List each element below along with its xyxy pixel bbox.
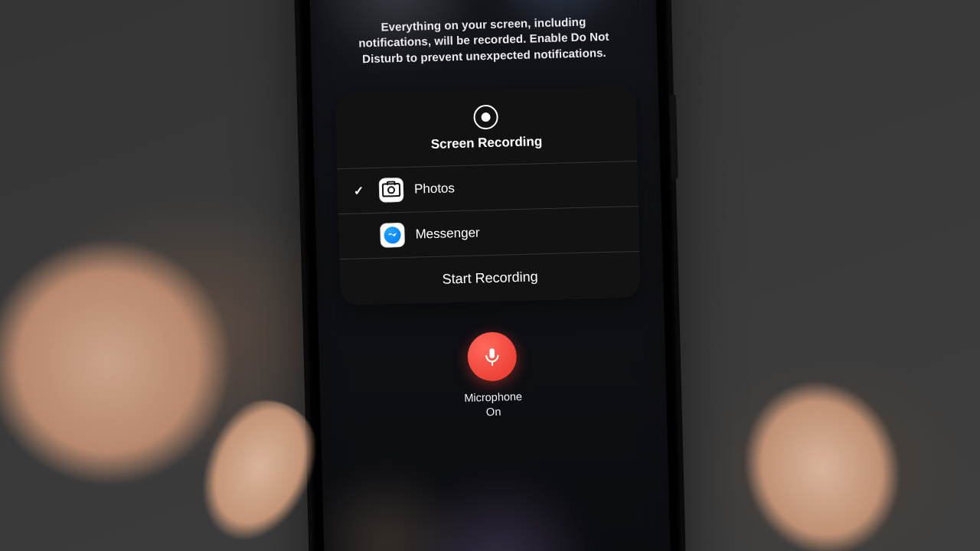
destination-row-photos[interactable]: ✓ Photos xyxy=(337,161,638,214)
card-title: Screen Recording xyxy=(430,134,542,152)
microphone-toggle-button[interactable] xyxy=(467,331,518,382)
checkmark-icon: ✓ xyxy=(348,183,368,198)
checkmark-placeholder xyxy=(350,236,370,236)
screen-recording-sheet: Everything on your screen, including not… xyxy=(308,0,672,551)
camera-icon xyxy=(379,178,404,203)
photo-background: Everything on your screen, including not… xyxy=(0,0,980,551)
microphone-icon xyxy=(482,346,502,367)
destination-label: Photos xyxy=(414,181,455,197)
messenger-icon xyxy=(380,223,405,248)
destination-label: Messenger xyxy=(415,225,480,242)
thumb-right xyxy=(709,349,960,551)
card-header: Screen Recording xyxy=(335,86,637,169)
screen-recording-card: Screen Recording ✓ Photos xyxy=(335,86,641,305)
microphone-label: Microphone On xyxy=(464,390,523,420)
recording-warning-text: Everything on your screen, including not… xyxy=(353,14,614,67)
microphone-section: Microphone On xyxy=(462,331,523,420)
destination-row-messenger[interactable]: Messenger xyxy=(338,207,639,259)
record-icon xyxy=(473,104,498,129)
phone-frame: Everything on your screen, including not… xyxy=(297,0,683,551)
start-recording-button[interactable]: Start Recording xyxy=(339,252,640,305)
phone-side-button xyxy=(669,95,678,179)
svg-rect-0 xyxy=(489,348,495,358)
phone-screen: Everything on your screen, including not… xyxy=(308,0,672,551)
